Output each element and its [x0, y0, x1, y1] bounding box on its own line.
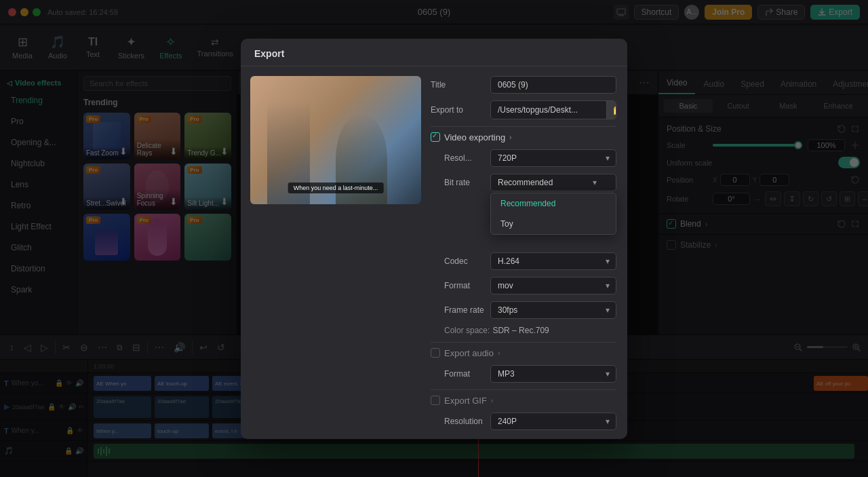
title-input[interactable] [490, 76, 616, 94]
video-export-info[interactable]: › [509, 133, 512, 141]
resolution-label: Resol... [444, 153, 485, 163]
gif-resolution-label: Resolution [444, 417, 485, 426]
gif-resolution-select[interactable]: 240P 480P [490, 413, 616, 430]
framerate-label: Frame rate [444, 305, 485, 315]
audio-export-info[interactable]: › [498, 349, 500, 357]
export-audio-label: Export audio [444, 348, 494, 358]
bitrate-dropdown: Recommended Toy [490, 193, 616, 235]
audio-format-label: Format [444, 369, 485, 379]
bitrate-option-toy[interactable]: Toy [491, 214, 616, 234]
video-exporting-label: Video exporting [444, 132, 505, 142]
modal-title: Export [254, 48, 284, 59]
gif-export-info[interactable]: › [491, 396, 494, 404]
bitrate-label: Bit rate [444, 178, 485, 187]
video-export-checkbox[interactable]: ✓ [431, 132, 440, 142]
modal-settings: Title Export to 📁 ✓ [431, 66, 627, 439]
audio-export-checkbox[interactable] [431, 348, 440, 358]
bitrate-select[interactable]: Recommended ▾ [490, 174, 616, 191]
format-select[interactable]: mov mp4 [490, 277, 616, 294]
title-label: Title [431, 80, 485, 90]
export-gif-label: Export GIF [444, 396, 487, 406]
export-to-label: Export to [431, 105, 485, 115]
resolution-select[interactable]: 720P 1080P 480P [490, 149, 616, 167]
modal-overlay: Export When you need a last-minute... [0, 0, 868, 477]
modal-body: When you need a last-minute... Title Exp… [241, 66, 627, 439]
audio-format-select[interactable]: MP3 AAC [490, 365, 616, 383]
browse-button[interactable]: 📁 [606, 101, 616, 119]
bitrate-option-recommended[interactable]: Recommended [491, 193, 616, 214]
codec-label: Codec [444, 256, 485, 266]
preview-container: When you need a last-minute... [250, 76, 421, 204]
format-label: Format [444, 281, 485, 290]
gif-export-checkbox[interactable] [431, 396, 440, 405]
colorspace-label: Color space: [444, 326, 490, 335]
codec-select[interactable]: H.264 H.265 [490, 252, 616, 270]
framerate-select[interactable]: 30fps 60fps 24fps [490, 301, 616, 319]
preview-subtitle: When you need a last-minute... [288, 183, 384, 193]
colorspace-value: SDR – Rec.709 [492, 326, 549, 335]
modal-header: Export [241, 39, 627, 66]
export-path-input[interactable] [491, 102, 606, 118]
modal-preview: When you need a last-minute... [241, 66, 431, 439]
export-modal: Export When you need a last-minute... [241, 39, 627, 439]
